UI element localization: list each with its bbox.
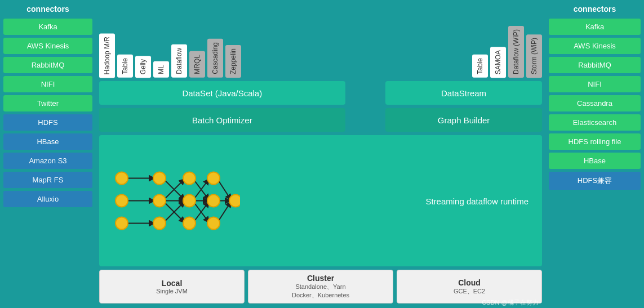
right-nifi: NIFI: [549, 76, 641, 92]
svg-point-23: [183, 195, 196, 207]
label-ml: ML: [153, 61, 169, 78]
graph-area: [99, 135, 246, 266]
row-dataset: DataSet (Java/Scala) DataStream: [99, 81, 542, 105]
svg-point-22: [183, 172, 196, 185]
top-labels-row: Hadoop M/R Table Gelly ML Dataflow MRQL …: [99, 5, 542, 78]
streaming-row: Streaming dataflow runtime: [99, 135, 542, 266]
label-zeppelin: Zeppelin: [225, 45, 241, 78]
label-table2: Table: [472, 55, 488, 78]
label-table1: Table: [117, 55, 133, 78]
streaming-box: Streaming dataflow runtime: [99, 135, 542, 266]
left-aws-kinesis: AWS Kinesis: [3, 38, 92, 54]
left-mapr-fs: MapR FS: [3, 172, 92, 188]
right-cassandra: Cassandra: [549, 95, 641, 111]
label-samoa: SAMOA: [490, 47, 506, 78]
right-sidebar: connectors Kafka AWS Kinesis RabbitMQ NI…: [545, 0, 644, 308]
local-title: Local: [162, 279, 183, 288]
label-storm-wip: Storm (WiP): [526, 34, 542, 78]
right-hdfs-rolling: HDFS rolling file: [549, 133, 641, 150]
batch-optimizer-box: Batch Optimizer: [99, 108, 345, 132]
watermark: CSDN @橘子在努力~: [482, 298, 542, 307]
svg-point-18: [116, 217, 128, 230]
svg-point-20: [153, 195, 166, 207]
left-hbase: HBase: [3, 133, 92, 150]
right-aws-kinesis: AWS Kinesis: [549, 38, 641, 54]
left-amazon-s3: Amazon S3: [3, 153, 92, 169]
label-hadoop: Hadoop M/R: [99, 33, 115, 78]
svg-point-19: [153, 172, 166, 185]
cloud-title: Cloud: [458, 278, 481, 287]
left-hdfs: HDFS: [3, 114, 92, 131]
label-dataflow-wip: Dataflow (WiP): [508, 26, 524, 78]
row-optimizer: Batch Optimizer Graph Builder: [99, 108, 542, 132]
label-gelly: Gelly: [135, 56, 151, 78]
local-sub: Single JVM: [156, 288, 188, 294]
left-sidebar: connectors Kafka AWS Kinesis RabbitMQ NI…: [0, 0, 96, 308]
center-area: Hadoop M/R Table Gelly ML Dataflow MRQL …: [96, 0, 545, 308]
streaming-label: Streaming dataflow runtime: [425, 196, 528, 206]
row-bottom: Local Single JVM Cluster Standalone、Yarn…: [99, 270, 542, 303]
dataset-box: DataSet (Java/Scala): [99, 81, 345, 105]
label-mrql: MRQL: [189, 51, 205, 78]
graph-builder-box: Graph Builder: [385, 108, 542, 132]
cluster-title: Cluster: [307, 274, 334, 283]
left-rabbitmq: RabbitMQ: [3, 57, 92, 73]
cluster-sub: Standalone、YarnDocker、Kubernetes: [292, 283, 349, 300]
left-alluxio: Alluxio: [3, 191, 92, 207]
graph-svg: [105, 141, 240, 261]
svg-point-17: [116, 195, 128, 207]
svg-point-24: [183, 217, 196, 230]
datastream-box: DataStream: [385, 81, 542, 105]
right-rabbitmq: RabbitMQ: [549, 57, 641, 73]
svg-point-21: [153, 217, 166, 230]
right-elasticsearch: Elasticsearch: [549, 114, 641, 131]
svg-point-25: [207, 172, 220, 185]
left-twitter: Twitter: [3, 95, 92, 111]
label-dataflow1: Dataflow: [171, 44, 187, 78]
svg-point-27: [207, 217, 220, 230]
svg-point-26: [207, 195, 220, 207]
cloud-sub: GCE、EC2: [454, 287, 485, 296]
svg-point-28: [229, 195, 240, 207]
svg-point-16: [116, 172, 128, 185]
local-box: Local Single JVM: [99, 270, 245, 303]
right-sidebar-title: connectors: [574, 5, 616, 14]
right-hbase: HBase: [549, 153, 641, 169]
cluster-box: Cluster Standalone、YarnDocker、Kubernetes: [248, 270, 393, 303]
left-nifi: NIFI: [3, 76, 92, 92]
right-kafka: Kafka: [549, 19, 641, 35]
label-cascading: Cascading: [207, 39, 223, 78]
main-container: connectors Kafka AWS Kinesis RabbitMQ NI…: [0, 0, 644, 308]
right-hdfs-compat: HDFS兼容: [549, 172, 641, 190]
left-sidebar-title: connectors: [26, 5, 69, 14]
left-kafka: Kafka: [3, 19, 92, 35]
